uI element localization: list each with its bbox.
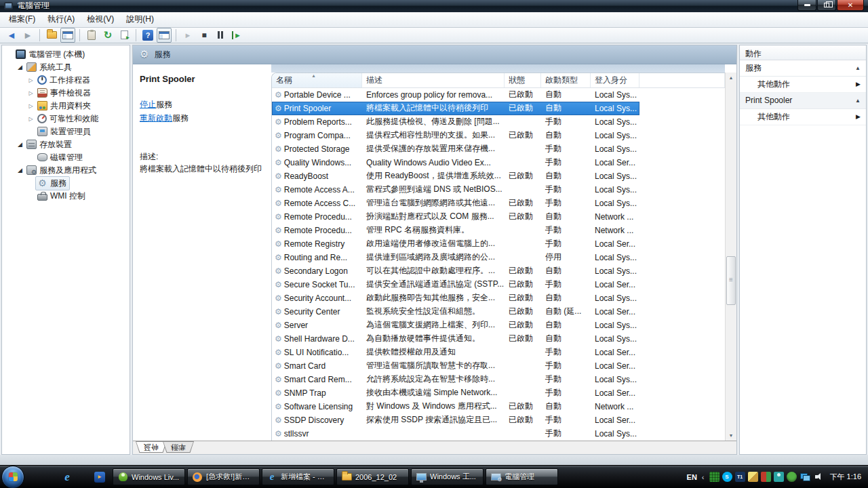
service-row[interactable]: ⚙SL UI Notificatio...提供軟體授權啟用及通知手動Local … — [272, 346, 725, 359]
service-row[interactable]: ⚙Problem Reports...此服務提供檢視、傳送及刪除 [問題...手… — [272, 115, 725, 129]
skype-tray-icon[interactable]: S — [722, 472, 732, 482]
menu-item[interactable]: 說明(H) — [120, 12, 160, 27]
menu-item[interactable]: 檔案(F) — [3, 12, 41, 27]
volume-icon[interactable] — [814, 472, 824, 482]
t1-tray-icon[interactable]: T1 — [735, 472, 745, 482]
service-row[interactable]: ⚙stllssvr手動Local Sys... — [272, 427, 725, 441]
quicklaunch-firefox[interactable] — [77, 471, 90, 483]
actions-section-header[interactable]: 服務▲ — [740, 60, 866, 77]
properties-button[interactable] — [84, 28, 99, 43]
service-row[interactable]: ⚙SSDP Discovery探索使用 SSDP 搜索通訊協定且已...已啟動手… — [272, 413, 725, 427]
start-button[interactable] — [1, 466, 24, 488]
scroll-up-arrow[interactable]: ▲ — [726, 73, 736, 83]
scroll-thumb[interactable] — [726, 256, 736, 305]
action-pane-button[interactable] — [157, 28, 172, 43]
service-row[interactable]: ⚙Protected Storage提供受保護的存放裝置用來儲存機...手動Lo… — [272, 142, 725, 156]
person-tray-icon[interactable] — [774, 472, 784, 482]
expanded-arrow-icon[interactable]: ◢ — [16, 64, 24, 70]
service-row[interactable]: ⚙Quality Windows...Quality Windows Audio… — [272, 156, 725, 169]
expanded-arrow-icon[interactable]: ◢ — [16, 167, 24, 174]
package-tray-icon[interactable] — [761, 472, 771, 482]
service-row[interactable]: ⚙Remote Procedu...扮演端點對應程式以及 COM 服務...已啟… — [272, 210, 725, 224]
scroll-down-arrow[interactable]: ▼ — [726, 430, 736, 441]
sidebar-item-computer[interactable]: 電腦管理 (本機) — [2, 48, 130, 61]
column-header[interactable]: 啟動類型 — [541, 73, 591, 87]
expanded-arrow-icon[interactable]: ◢ — [16, 141, 24, 148]
service-row[interactable]: ⚙Server為這個電腦支援網路上檔案、列印...已啟動自動Local Sys.… — [272, 319, 725, 332]
more-actions-item[interactable]: 其他動作▶ — [740, 109, 866, 125]
sidebar-item-gear[interactable]: 服務 — [2, 177, 130, 190]
more-actions-item[interactable]: 其他動作▶ — [740, 77, 866, 93]
stop-service-link[interactable]: 停止 — [140, 100, 156, 109]
pause-service-button[interactable] — [213, 28, 228, 43]
sidebar-item-toolbox[interactable]: WMI 控制 — [2, 190, 130, 203]
service-row[interactable]: ⚙Software Licensing對 Windows 及 Windows 應… — [272, 400, 725, 413]
menu-item[interactable]: 執行(A) — [41, 12, 81, 27]
collapsed-arrow-icon[interactable]: ▷ — [26, 90, 35, 96]
restart-service-link[interactable]: 重新啟動 — [140, 113, 172, 123]
refresh-button[interactable]: ↻ — [100, 28, 115, 43]
service-row[interactable]: ⚙Security Center監視系統安全性設定值和組態。已啟動自動 (延..… — [272, 305, 725, 319]
actions-section-header[interactable]: Print Spooler▲ — [740, 93, 866, 109]
sidebar-item-book[interactable]: ▷事件檢視器 — [2, 87, 130, 100]
service-row[interactable]: ⚙Remote Access A...當程式參照到遠端 DNS 或 NetBIO… — [272, 183, 725, 197]
taskbar-button[interactable]: 2006_12_02 — [336, 468, 409, 485]
taskbar-button[interactable]: Windows 工... — [411, 468, 484, 485]
quicklaunch-show-desktop[interactable] — [28, 471, 41, 483]
help-button[interactable]: ? — [140, 28, 155, 43]
taskbar-button[interactable]: 電腦管理 — [486, 468, 558, 485]
service-row[interactable]: ⚙Portable Device ...Enforces group polic… — [272, 88, 725, 102]
export-list-button[interactable] — [117, 28, 132, 43]
service-row[interactable]: ⚙SNMP Trap接收由本機或遠端 Simple Network...手動Lo… — [272, 386, 725, 400]
sidebar-item-device[interactable]: 裝置管理員 — [2, 125, 130, 138]
service-row[interactable]: ⚙ReadyBoost使用 ReadyBoost，提供增進系統效...已啟動自動… — [272, 169, 725, 183]
service-row[interactable]: ⚙Secure Socket Tu...提供安全通訊端通道通訊協定 (SSTP.… — [272, 278, 725, 291]
sidebar-item-clock[interactable]: ▷工作排程器 — [2, 74, 130, 87]
title-bar[interactable]: 電腦管理 ✕ — [0, 0, 868, 12]
grid-tray-icon[interactable] — [709, 472, 719, 482]
minimize-button[interactable] — [797, 0, 816, 11]
sidebar-item-gauge[interactable]: ▷可靠性和效能 — [2, 113, 130, 125]
clock[interactable]: 下午 1:16 — [830, 472, 861, 482]
collapsed-arrow-icon[interactable]: ▷ — [26, 103, 35, 109]
service-row[interactable]: ⚙Remote Registry啟用遠端使用者修改這個電腦上的...手動Loca… — [272, 237, 725, 251]
collapsed-arrow-icon[interactable]: ▷ — [26, 116, 35, 122]
service-row[interactable]: ⚙Secondary Logon可以在其他認證中啟動處理程序。...已啟動自動L… — [272, 264, 725, 278]
taskbar-button[interactable]: Windows Liv... — [113, 468, 185, 485]
taskbar-button[interactable]: [急求救!]新買... — [187, 468, 260, 485]
service-row[interactable]: ⚙Security Account...啟動此服務即告知其他服務，安全...已啟… — [272, 291, 725, 305]
up-level-button[interactable] — [44, 28, 59, 43]
menu-item[interactable]: 檢視(V) — [81, 12, 120, 27]
forward-button[interactable]: ► — [20, 28, 35, 43]
back-button[interactable]: ◄ — [4, 28, 19, 43]
sidebar-item-services-app[interactable]: ◢服務及應用程式 — [2, 164, 130, 177]
service-row[interactable]: ⚙Remote Access C...管理這台電腦到網際網路或其他遠...已啟動… — [272, 197, 725, 210]
collapse-icon[interactable]: ▲ — [855, 98, 861, 104]
service-row[interactable]: ⚙Print Spooler將檔案載入記憶體中以待稍後列印已啟動自動Local … — [272, 102, 725, 115]
circle-tray-icon[interactable] — [787, 472, 797, 482]
sidebar-item-storage[interactable]: ◢存放裝置 — [2, 138, 130, 151]
tray-chevron[interactable]: ‹ — [702, 473, 705, 481]
close-button[interactable]: ✕ — [837, 0, 864, 11]
sidebar-item-disk[interactable]: 磁碟管理 — [2, 151, 130, 164]
console-tree-button[interactable] — [60, 28, 75, 43]
tab-standard[interactable]: 標準 — [163, 441, 194, 453]
taskbar-button[interactable]: e新增檔案 - Wi... — [262, 468, 334, 485]
column-header[interactable]: 描述 — [362, 73, 505, 87]
service-row[interactable]: ⚙Shell Hardware D...為自動播放硬體事件提供通知。已啟動自動L… — [272, 332, 725, 346]
start-service-button[interactable]: ► — [180, 28, 195, 43]
collapse-icon[interactable]: ▲ — [855, 65, 861, 71]
vertical-scrollbar[interactable]: ▲ ▼ — [725, 73, 736, 441]
quicklaunch-ie[interactable]: e — [61, 471, 73, 483]
service-row[interactable]: ⚙Remote Procedu...管理 RPC 名稱服務資料庫。手動Netwo… — [272, 224, 725, 237]
collapsed-arrow-icon[interactable]: ▷ — [26, 77, 35, 83]
network-icon[interactable] — [800, 472, 810, 482]
quicklaunch-wmp[interactable] — [94, 471, 106, 483]
restart-service-button[interactable]: ► — [229, 28, 244, 43]
service-row[interactable]: ⚙Smart Card管理這個電腦所讀取智慧卡的存取...手動Local Ser… — [272, 359, 725, 373]
stop-service-button[interactable]: ■ — [197, 28, 212, 43]
language-indicator[interactable]: EN — [687, 473, 697, 481]
restore-button[interactable] — [817, 0, 836, 11]
service-row[interactable]: ⚙Program Compa...提供程式相容性助理的支援。如果...已啟動自動… — [272, 129, 725, 142]
sidebar-item-tools[interactable]: ◢系統工具 — [2, 61, 130, 74]
